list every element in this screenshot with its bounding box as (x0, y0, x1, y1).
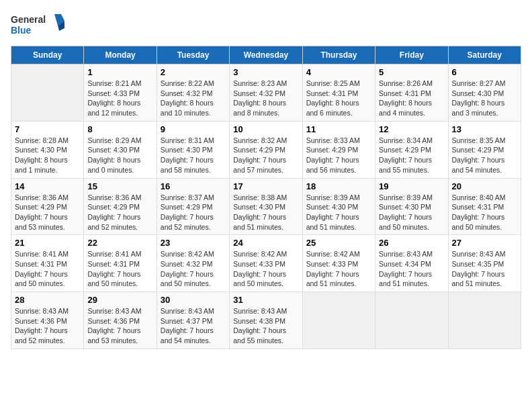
day-number: 7 (15, 124, 80, 134)
day-info: Sunrise: 8:42 AMSunset: 4:32 PMDaylight:… (161, 249, 226, 289)
calendar-cell: 9Sunrise: 8:31 AMSunset: 4:30 PMDaylight… (157, 121, 229, 178)
calendar-cell: 26Sunrise: 8:43 AMSunset: 4:34 PMDayligh… (375, 235, 448, 292)
calendar-cell: 10Sunrise: 8:32 AMSunset: 4:29 PMDayligh… (230, 121, 302, 178)
column-header-sunday: Sunday (11, 46, 84, 64)
calendar-cell: 29Sunrise: 8:43 AMSunset: 4:36 PMDayligh… (84, 292, 157, 349)
calendar-cell: 11Sunrise: 8:33 AMSunset: 4:29 PMDayligh… (302, 121, 375, 178)
day-info: Sunrise: 8:28 AMSunset: 4:30 PMDaylight:… (15, 136, 80, 175)
calendar-cell: 2Sunrise: 8:22 AMSunset: 4:32 PMDaylight… (157, 64, 229, 122)
calendar-cell: 1Sunrise: 8:21 AMSunset: 4:33 PMDaylight… (84, 64, 157, 122)
day-number: 9 (161, 124, 226, 134)
calendar-cell (448, 292, 521, 349)
day-number: 16 (161, 181, 226, 191)
day-number: 28 (15, 295, 80, 305)
calendar-cell (11, 64, 84, 122)
calendar-table: SundayMondayTuesdayWednesdayThursdayFrid… (11, 46, 521, 349)
calendar-cell: 21Sunrise: 8:41 AMSunset: 4:31 PMDayligh… (11, 235, 84, 292)
day-info: Sunrise: 8:31 AMSunset: 4:30 PMDaylight:… (161, 136, 226, 175)
calendar-cell: 5Sunrise: 8:26 AMSunset: 4:31 PMDaylight… (375, 64, 448, 122)
day-number: 8 (87, 124, 152, 134)
day-info: Sunrise: 8:35 AMSunset: 4:29 PMDaylight:… (452, 136, 517, 175)
day-info: Sunrise: 8:39 AMSunset: 4:30 PMDaylight:… (306, 193, 371, 232)
day-info: Sunrise: 8:36 AMSunset: 4:29 PMDaylight:… (15, 193, 80, 232)
day-info: Sunrise: 8:38 AMSunset: 4:30 PMDaylight:… (233, 193, 298, 232)
day-number: 19 (379, 181, 444, 191)
day-number: 12 (379, 124, 444, 134)
day-info: Sunrise: 8:27 AMSunset: 4:30 PMDaylight:… (452, 79, 517, 118)
day-info: Sunrise: 8:34 AMSunset: 4:29 PMDaylight:… (379, 136, 444, 175)
day-number: 25 (306, 238, 371, 248)
calendar-cell: 15Sunrise: 8:36 AMSunset: 4:29 PMDayligh… (84, 178, 157, 235)
day-info: Sunrise: 8:41 AMSunset: 4:31 PMDaylight:… (15, 249, 80, 289)
calendar-cell (302, 292, 375, 349)
day-number: 6 (452, 67, 517, 77)
column-header-wednesday: Wednesday (230, 46, 302, 64)
day-number: 1 (87, 67, 152, 77)
calendar-cell: 7Sunrise: 8:28 AMSunset: 4:30 PMDaylight… (11, 121, 84, 178)
calendar-cell: 14Sunrise: 8:36 AMSunset: 4:29 PMDayligh… (11, 178, 84, 235)
day-number: 24 (233, 238, 298, 248)
column-header-thursday: Thursday (302, 46, 375, 64)
day-info: Sunrise: 8:43 AMSunset: 4:36 PMDaylight:… (15, 306, 80, 346)
day-info: Sunrise: 8:29 AMSunset: 4:30 PMDaylight:… (87, 136, 152, 175)
calendar-cell: 25Sunrise: 8:42 AMSunset: 4:33 PMDayligh… (302, 235, 375, 292)
day-info: Sunrise: 8:32 AMSunset: 4:29 PMDaylight:… (233, 136, 298, 175)
day-number: 10 (233, 124, 298, 134)
day-info: Sunrise: 8:26 AMSunset: 4:31 PMDaylight:… (379, 79, 444, 118)
day-info: Sunrise: 8:41 AMSunset: 4:31 PMDaylight:… (87, 249, 152, 289)
day-info: Sunrise: 8:23 AMSunset: 4:32 PMDaylight:… (233, 79, 298, 118)
column-header-saturday: Saturday (448, 46, 521, 64)
day-info: Sunrise: 8:43 AMSunset: 4:36 PMDaylight:… (87, 306, 152, 346)
day-number: 30 (161, 295, 226, 305)
day-info: Sunrise: 8:42 AMSunset: 4:33 PMDaylight:… (233, 249, 298, 289)
day-info: Sunrise: 8:25 AMSunset: 4:31 PMDaylight:… (306, 79, 371, 118)
day-number: 27 (452, 238, 517, 248)
day-number: 14 (15, 181, 80, 191)
calendar-cell: 12Sunrise: 8:34 AMSunset: 4:29 PMDayligh… (375, 121, 448, 178)
calendar-cell: 17Sunrise: 8:38 AMSunset: 4:30 PMDayligh… (230, 178, 302, 235)
calendar-cell: 8Sunrise: 8:29 AMSunset: 4:30 PMDaylight… (84, 121, 157, 178)
day-info: Sunrise: 8:37 AMSunset: 4:29 PMDaylight:… (161, 193, 226, 232)
svg-text:General: General (11, 14, 46, 25)
calendar-cell: 13Sunrise: 8:35 AMSunset: 4:29 PMDayligh… (448, 121, 521, 178)
day-number: 5 (379, 67, 444, 77)
calendar-cell: 27Sunrise: 8:43 AMSunset: 4:35 PMDayligh… (448, 235, 521, 292)
column-header-monday: Monday (84, 46, 157, 64)
day-number: 20 (452, 181, 517, 191)
day-info: Sunrise: 8:43 AMSunset: 4:34 PMDaylight:… (379, 249, 444, 289)
calendar-cell: 28Sunrise: 8:43 AMSunset: 4:36 PMDayligh… (11, 292, 84, 349)
day-number: 11 (306, 124, 371, 134)
day-info: Sunrise: 8:43 AMSunset: 4:37 PMDaylight:… (161, 306, 226, 346)
calendar-cell: 16Sunrise: 8:37 AMSunset: 4:29 PMDayligh… (157, 178, 229, 235)
day-number: 23 (161, 238, 226, 248)
calendar-cell: 4Sunrise: 8:25 AMSunset: 4:31 PMDaylight… (302, 64, 375, 122)
column-header-friday: Friday (375, 46, 448, 64)
day-info: Sunrise: 8:33 AMSunset: 4:29 PMDaylight:… (306, 136, 371, 175)
logo-image: General Blue (11, 11, 64, 40)
calendar-cell: 23Sunrise: 8:42 AMSunset: 4:32 PMDayligh… (157, 235, 229, 292)
calendar-cell: 6Sunrise: 8:27 AMSunset: 4:30 PMDaylight… (448, 64, 521, 122)
column-header-tuesday: Tuesday (157, 46, 229, 64)
day-number: 29 (87, 295, 152, 305)
calendar-cell: 20Sunrise: 8:40 AMSunset: 4:31 PMDayligh… (448, 178, 521, 235)
day-number: 22 (87, 238, 152, 248)
day-number: 15 (87, 181, 152, 191)
page-header: General Blue (11, 11, 521, 40)
day-info: Sunrise: 8:36 AMSunset: 4:29 PMDaylight:… (87, 193, 152, 232)
svg-text:Blue: Blue (11, 25, 32, 36)
day-info: Sunrise: 8:39 AMSunset: 4:30 PMDaylight:… (379, 193, 444, 232)
day-number: 17 (233, 181, 298, 191)
day-number: 2 (161, 67, 226, 77)
day-info: Sunrise: 8:42 AMSunset: 4:33 PMDaylight:… (306, 249, 371, 289)
day-number: 13 (452, 124, 517, 134)
day-info: Sunrise: 8:40 AMSunset: 4:31 PMDaylight:… (452, 193, 517, 232)
day-number: 3 (233, 67, 298, 77)
logo: General Blue (11, 11, 64, 40)
calendar-cell: 3Sunrise: 8:23 AMSunset: 4:32 PMDaylight… (230, 64, 302, 122)
day-number: 18 (306, 181, 371, 191)
day-number: 26 (379, 238, 444, 248)
calendar-cell (375, 292, 448, 349)
calendar-cell: 19Sunrise: 8:39 AMSunset: 4:30 PMDayligh… (375, 178, 448, 235)
calendar-cell: 18Sunrise: 8:39 AMSunset: 4:30 PMDayligh… (302, 178, 375, 235)
calendar-cell: 30Sunrise: 8:43 AMSunset: 4:37 PMDayligh… (157, 292, 229, 349)
